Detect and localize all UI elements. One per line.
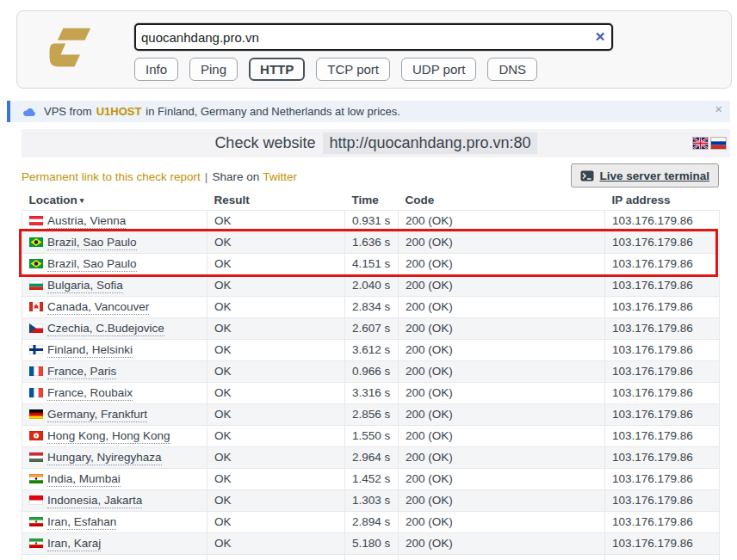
tab-udp-port[interactable]: UDP port [401,58,476,81]
search-card: ✕ Info Ping HTTP TCP port UDP port DNS [16,10,732,89]
location-link[interactable]: Bulgaria, Sofia [47,279,123,293]
host-input[interactable] [136,30,589,45]
location-link[interactable]: Iran, Esfahan [47,515,116,530]
location-link[interactable]: Hong Kong, Hong Kong [47,429,170,444]
ip-cell: 103.176.179.86 [605,296,720,317]
ip-cell: 103.176.179.86 [605,339,720,360]
time-cell: 2.834 s [345,296,399,317]
fr-flag-icon [29,388,43,397]
column-header-result[interactable]: Result [207,191,345,210]
result-cell: OK [207,425,345,446]
time-cell: 0.966 s [345,360,399,382]
check-header-bar: Check website http://quocanhdang.pro.vn:… [22,129,730,157]
table-row: Czechia, C.BudejoviceOK2.607 s200 (OK)10… [22,317,720,339]
banner-close-icon[interactable]: × [715,102,722,116]
hu-flag-icon [29,452,43,462]
permalink-link[interactable]: Permanent link to this check report [22,170,201,183]
code-cell: 200 (OK) [399,425,605,446]
column-header-location[interactable]: Location▾ [22,191,207,210]
location-link[interactable]: Iran, Karaj [47,537,101,551]
location-link[interactable]: Germany, Frankfurt [47,408,147,422]
ip-cell: 103.176.179.86 [605,403,720,425]
tab-dns[interactable]: DNS [487,58,537,81]
location-cell: Brazil, Sao Paulo [22,231,207,253]
table-row: Brazil, Sao PauloOK4.151 s200 (OK)103.17… [22,253,720,274]
result-cell: OK [207,446,345,468]
de-flag-icon [29,409,43,419]
location-cell: India, Mumbai [22,468,207,489]
location-cell: Germany, Frankfurt [22,403,207,425]
tab-info[interactable]: Info [134,58,178,81]
table-row: Finland, HelsinkiOK3.612 s200 (OK)103.17… [22,339,720,360]
terminal-icon [580,170,594,182]
language-switcher [693,138,726,149]
location-cell: Brazil, Sao Paulo [22,253,207,274]
result-cell: OK [207,210,345,231]
column-header-code[interactable]: Code [399,191,605,210]
location-cell: Hungary, Nyiregyhaza [22,446,207,468]
location-link[interactable]: Finland, Helsinki [47,343,133,358]
location-link[interactable]: India, Mumbai [47,472,121,487]
separator: | [205,170,208,183]
sort-descending-icon: ▾ [80,196,84,205]
location-link[interactable]: Hungary, Nyiregyhaza [47,451,162,465]
ip-cell: 103.176.179.86 [605,317,720,339]
tab-ping[interactable]: Ping [189,58,238,81]
cloud-icon [22,107,37,117]
time-cell: 2.856 s [345,403,399,425]
location-link[interactable]: Brazil, Sao Paulo [47,236,137,250]
code-cell: 200 (OK) [399,317,605,339]
check-type-tabs: Info Ping HTTP TCP port UDP port DNS [134,58,537,81]
ip-cell: 103.176.179.86 [605,425,720,446]
ip-cell: 103.176.179.86 [605,468,720,489]
table-row: Brazil, Sao PauloOK1.636 s200 (OK)103.17… [22,231,720,253]
location-link[interactable]: Canada, Vancouver [47,300,149,315]
location-cell: France, Paris [22,360,207,382]
br-flag-icon [29,237,43,247]
code-cell: 200 (OK) [399,231,605,253]
checked-url: http://quocanhdang.pro.vn:80 [323,132,536,154]
ir-flag-icon [29,517,43,526]
result-cell: OK [207,296,345,317]
result-cell: OK [207,511,345,532]
english-flag-icon[interactable] [693,138,708,149]
location-link[interactable]: Austria, Vienna [47,214,126,229]
time-cell: 1.636 s [345,231,399,253]
table-row: Iran, KarajOK5.180 s200 (OK)103.176.179.… [22,532,720,554]
location-link[interactable]: Indonesia, Jakarta [47,494,142,508]
location-cell: Austria, Vienna [22,210,207,231]
ip-cell: 103.176.179.86 [605,532,720,554]
time-cell: 1.303 s [345,489,399,511]
location-link[interactable]: France, Paris [47,365,116,379]
clear-input-icon[interactable]: ✕ [589,29,611,45]
twitter-link[interactable]: Twitter [263,170,297,183]
tab-tcp-port[interactable]: TCP port [316,58,390,81]
ip-cell: 103.176.179.86 [605,360,720,382]
hk-flag-icon [29,431,43,440]
location-link[interactable]: France, Roubaix [47,386,133,401]
u1host-link[interactable]: U1HOST [96,105,142,118]
location-cell: Bulgaria, Sofia [22,274,207,296]
column-header-ip[interactable]: IP address [605,191,720,210]
location-cell: Czechia, C.Budejovice [22,317,207,339]
live-server-terminal-button[interactable]: Live server terminal [571,163,719,188]
result-cell: OK [207,403,345,425]
time-cell: 3.316 s [345,382,399,403]
time-cell: 4.151 s [345,253,399,274]
location-link[interactable]: Brazil, Sao Paulo [47,257,137,272]
column-header-time[interactable]: Time [345,191,399,210]
result-cell: OK [207,339,345,360]
time-cell: 1.452 s [345,468,399,489]
russian-flag-icon[interactable] [711,138,726,149]
location-link[interactable]: Czechia, C.Budejovice [47,322,164,336]
ip-cell: 103.176.179.86 [605,489,720,511]
table-row: Hong Kong, Hong KongOK1.550 s200 (OK)103… [22,425,720,446]
code-cell: 200 (OK) [399,382,605,403]
result-cell: OK [207,489,345,511]
table-header-row: Location▾ Result Time Code IP address [22,191,720,210]
code-cell: 200 (OK) [399,210,605,231]
at-flag-icon [29,216,43,225]
tab-http[interactable]: HTTP [249,58,305,81]
table-row: Indonesia, JakartaOK1.303 s200 (OK)103.1… [22,489,720,511]
check-title: Check website [214,134,315,152]
